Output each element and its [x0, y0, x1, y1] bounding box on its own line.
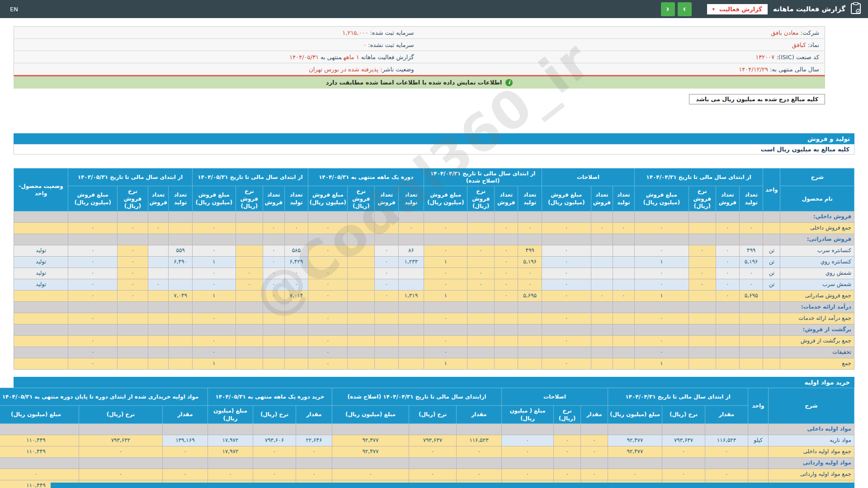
section-filler-cell: [608, 457, 662, 469]
section-filler-cell: [689, 234, 716, 245]
value-cell: [613, 267, 634, 279]
section-filler-cell: [409, 423, 456, 435]
section-filler-cell: [79, 457, 162, 469]
value-cell: [467, 222, 495, 234]
value-cell: ۰: [192, 335, 236, 347]
section-filler-cell: [148, 234, 169, 245]
report-type-dropdown[interactable]: گزارش فعالیت ▾: [707, 4, 768, 14]
value-cell: ۰: [192, 347, 236, 358]
section-filler-cell: [542, 234, 591, 245]
value-cell: ۰: [118, 290, 148, 301]
value-cell: ۰: [68, 313, 118, 324]
value-cell: ۰: [192, 267, 236, 279]
value-cell: ۰: [689, 267, 716, 279]
row-label: مواد اولیه داخلی: [769, 423, 854, 435]
unit-cell: [763, 335, 780, 347]
section-filler-cell: [68, 211, 118, 222]
value-cell: [148, 267, 169, 279]
amounts-unit-button[interactable]: کلیه مبالغ درج شده به میلیون ریال می باش…: [689, 94, 825, 104]
value-cell: ۰: [253, 446, 296, 457]
value-cell: ۰: [308, 267, 348, 279]
value-cell: ۰: [263, 290, 284, 301]
table-row: درآمد ارائه خدمات:: [14, 301, 854, 313]
table-row: شمش رويتن۰۰۰۰۰۰۰۰۰۰۰۰۰۰۰۰۰تولید: [14, 267, 854, 279]
product-name-header: نام محصول: [780, 186, 854, 211]
section-filler-cell: [0, 457, 79, 469]
section-filler-cell: [236, 324, 263, 335]
col-header: مقدار: [162, 406, 208, 423]
value-cell: [148, 347, 169, 358]
col-header: مبلغ (میلیون ریال): [332, 406, 409, 423]
section-filler-cell: [634, 234, 689, 245]
value-cell: [263, 335, 284, 347]
value-cell: [613, 245, 634, 256]
value-cell: ۰: [634, 245, 689, 256]
period-group-header: اصلاحات: [501, 388, 608, 405]
table-row: فروش صادراتی:: [14, 234, 854, 245]
value-cell: [148, 245, 169, 256]
col-header: تعداد فروش: [148, 186, 169, 211]
value-cell: ۰: [424, 245, 467, 256]
issuer-status-cell: وضعیت ناشر:پذیرفته شده در بورس تهران: [14, 63, 420, 75]
section-filler-cell: [375, 301, 398, 313]
previous-report-button[interactable]: ‹: [661, 2, 675, 16]
col-header: مبلغ فروش (میلیون ریال): [68, 186, 118, 211]
status-cell: تولید: [14, 279, 68, 290]
section-filler-cell: [263, 301, 284, 313]
section-filler-cell: [518, 234, 542, 245]
section-filler-cell: [284, 301, 308, 313]
value-cell: [118, 335, 148, 347]
value-cell: [348, 279, 375, 290]
language-toggle[interactable]: EN: [10, 0, 18, 18]
value-cell: [467, 347, 495, 358]
status-cell: [14, 347, 68, 358]
value-cell: ۰: [716, 245, 739, 256]
company-info-panel: شرکت:معادن بافق سرمایه ثبت شده:۱,۲۱۵,۰۰۰…: [14, 26, 825, 76]
row-label: شمش روي: [780, 267, 854, 279]
value-cell: ۰: [553, 446, 580, 457]
value-cell: ۰: [308, 222, 348, 234]
next-report-button[interactable]: ›: [678, 2, 692, 16]
value-cell: ۱: [634, 358, 689, 369]
value-cell: [689, 290, 716, 301]
value-cell: ۰: [424, 313, 467, 324]
unit-cell: [763, 347, 780, 358]
table-row: تخفیفات۰۰۰۰۰: [14, 347, 854, 358]
value-cell: ۵۸۵: [284, 245, 308, 256]
col-header: تعداد فروش: [716, 186, 739, 211]
info-row: سال مالی منتهی به:۱۴۰۴/۱۲/۲۹ وضعیت ناشر:…: [14, 63, 825, 75]
period-group-header: خرید دوره یک ماهه منتهی به ۱۴۰۴/۰۵/۳۱: [208, 388, 332, 405]
value-cell: ۱۷,۹۷۲: [208, 435, 253, 446]
section-filler-cell: [613, 301, 634, 313]
value-cell: [284, 313, 308, 324]
value-cell: ۰: [375, 245, 398, 256]
table-row: برگشت از فروش:: [14, 324, 854, 335]
section-filler-cell: [424, 211, 467, 222]
section-filler-cell: [424, 324, 467, 335]
value-cell: [263, 358, 284, 369]
value-cell: ۰: [424, 335, 467, 347]
value-cell: ۰: [409, 469, 456, 480]
value-cell: [375, 313, 398, 324]
section-filler-cell: [68, 324, 118, 335]
value-cell: ۰: [192, 222, 236, 234]
value-cell: ۰: [608, 469, 662, 480]
value-cell: [689, 335, 716, 347]
section-filler-cell: [236, 234, 263, 245]
value-cell: [169, 358, 192, 369]
notice-text: اطلاعات نمایش داده شده با اطلاعات امضا ش…: [326, 79, 502, 86]
section-filler-cell: [716, 324, 739, 335]
section-filler-cell: [192, 211, 236, 222]
section-filler-cell: [748, 423, 769, 435]
value-cell: ۰: [716, 267, 739, 279]
report-navigation: › ‹: [661, 2, 692, 16]
unit-header: واحد: [763, 169, 780, 211]
col-header: تعداد فروش: [375, 186, 398, 211]
value-cell: ۰: [79, 446, 162, 457]
isic-code-cell: کد صنعت (ISIC):۱۳۲۰۰۷: [420, 51, 825, 63]
value-cell: [148, 313, 169, 324]
value-cell: ۰: [375, 279, 398, 290]
value-cell: ۰: [518, 279, 542, 290]
section-filler-cell: [424, 301, 467, 313]
section-filler-cell: [518, 301, 542, 313]
